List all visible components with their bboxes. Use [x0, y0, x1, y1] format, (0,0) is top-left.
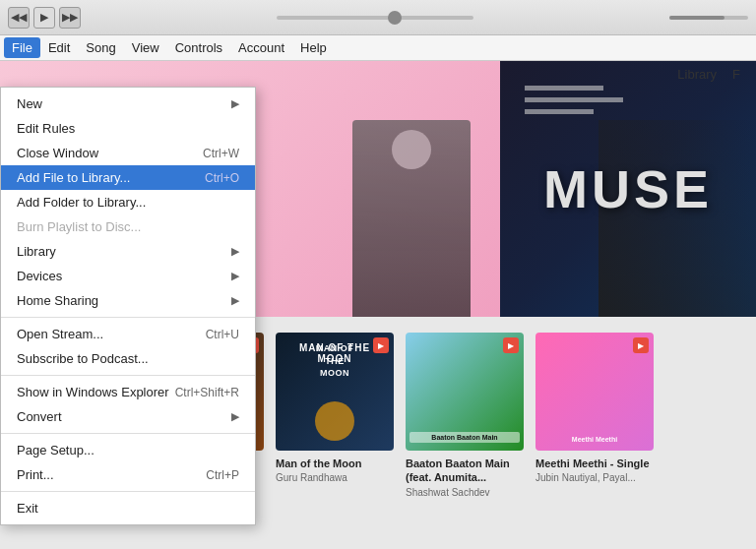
menu-item-home-sharing-label: Home Sharing — [17, 293, 98, 308]
menu-song[interactable]: Song — [78, 37, 123, 58]
menu-item-burn-playlist: Burn Playlist to Disc... — [1, 214, 255, 239]
menu-item-exit-label: Exit — [17, 501, 38, 516]
menu-item-close-window-shortcut: Ctrl+W — [203, 147, 239, 160]
menu-item-open-stream[interactable]: Open Stream... Ctrl+U — [1, 322, 255, 346]
menu-item-show-explorer[interactable]: Show in Windows Explorer Ctrl+Shift+R — [1, 380, 255, 404]
menu-item-print[interactable]: Print... Ctrl+P — [1, 462, 255, 487]
playback-controls: ◀◀ ▶ ▶▶ — [8, 7, 81, 29]
file-dropdown: New ▶ Edit Rules Close Window Ctrl+W Add… — [0, 87, 256, 525]
album-artist-baaton: Shashwat Sachdev — [406, 487, 524, 498]
menu-item-print-label: Print... — [17, 467, 54, 482]
album-card-meethi[interactable]: ▶ Meethi Meethi Meethi Meethi - Single J… — [536, 333, 654, 498]
banner-dark: MUSE — [500, 61, 756, 317]
forward-button[interactable]: ▶▶ — [59, 7, 81, 29]
album-title-moon: Man of the Moon — [276, 457, 394, 470]
menu-item-page-setup-label: Page Setup... — [17, 443, 94, 458]
menu-item-show-explorer-label: Show in Windows Explorer — [17, 385, 169, 399]
album-artist-moon: Guru Randhawa — [276, 472, 394, 483]
menu-item-new[interactable]: New ▶ — [1, 92, 255, 116]
menu-item-new-label: New — [17, 96, 42, 111]
dropdown-menu: New ▶ Edit Rules Close Window Ctrl+W Add… — [0, 87, 256, 525]
menu-item-subscribe-podcast-label: Subscribe to Podcast... — [17, 351, 149, 366]
library-tab[interactable]: Library — [677, 67, 717, 82]
menu-item-add-folder-label: Add Folder to Library... — [17, 195, 146, 210]
main-content: New ▶ Edit Rules Close Window Ctrl+W Add… — [0, 61, 756, 549]
menu-item-page-setup[interactable]: Page Setup... — [1, 438, 255, 462]
volume-area — [669, 16, 748, 20]
title-bar: ◀◀ ▶ ▶▶ — [0, 0, 756, 35]
menu-item-show-explorer-shortcut: Ctrl+Shift+R — [175, 386, 239, 399]
progress-thumb[interactable] — [388, 11, 402, 25]
menu-item-add-file-shortcut: Ctrl+O — [205, 171, 239, 185]
menu-item-library-label: Library — [17, 244, 56, 259]
menu-account[interactable]: Account — [230, 37, 292, 58]
menu-item-close-window-label: Close Window — [17, 146, 98, 160]
progress-track[interactable] — [277, 16, 473, 20]
album-title-baaton: Baaton Baaton Main (feat. Anumita... — [406, 457, 524, 485]
menu-item-devices-arrow: ▶ — [231, 270, 239, 282]
menu-item-new-arrow: ▶ — [231, 97, 239, 110]
for-you-tab[interactable]: F — [732, 67, 740, 82]
menu-item-library[interactable]: Library ▶ — [1, 239, 255, 264]
menu-item-convert[interactable]: Convert ▶ — [1, 404, 255, 429]
separator-4 — [1, 491, 255, 492]
menu-edit[interactable]: Edit — [40, 37, 78, 58]
menu-item-edit-rules-label: Edit Rules — [17, 121, 75, 136]
separator-2 — [1, 375, 255, 376]
menu-item-devices[interactable]: Devices ▶ — [1, 264, 255, 288]
menu-item-add-file[interactable]: Add File to Library... Ctrl+O — [1, 165, 255, 190]
volume-fill — [669, 16, 724, 20]
menu-item-add-folder[interactable]: Add Folder to Library... — [1, 190, 255, 214]
menu-item-subscribe-podcast[interactable]: Subscribe to Podcast... — [1, 346, 255, 371]
menu-item-home-sharing-arrow: ▶ — [231, 294, 239, 307]
back-button[interactable]: ◀◀ — [8, 7, 30, 29]
progress-area — [81, 16, 669, 20]
menu-item-burn-playlist-label: Burn Playlist to Disc... — [17, 219, 141, 234]
album-card-moon[interactable]: ▶ MAN OF THEMOON Man of the Moon Guru Ra… — [276, 333, 394, 498]
volume-track[interactable] — [669, 16, 748, 20]
album-title-meethi: Meethi Meethi - Single — [536, 457, 654, 470]
menu-item-home-sharing[interactable]: Home Sharing ▶ — [1, 288, 255, 313]
menu-item-exit[interactable]: Exit — [1, 496, 255, 520]
menu-item-add-file-label: Add File to Library... — [17, 170, 130, 185]
menu-item-edit-rules[interactable]: Edit Rules — [1, 116, 255, 141]
menu-item-convert-label: Convert — [17, 409, 62, 424]
menu-help[interactable]: Help — [292, 37, 335, 58]
menu-item-convert-arrow: ▶ — [231, 410, 239, 423]
album-cover-moon: ▶ MAN OF THEMOON — [276, 333, 394, 451]
menu-item-open-stream-label: Open Stream... — [17, 327, 103, 341]
album-cover-meethi: ▶ Meethi Meethi — [536, 333, 654, 451]
menu-bar: File Edit Song View Controls Account Hel… — [0, 35, 756, 61]
album-cover-baaton: ▶ Baaton Baaton Main — [406, 333, 524, 451]
menu-view[interactable]: View — [124, 37, 167, 58]
play-button[interactable]: ▶ — [33, 7, 55, 29]
muse-logo: MUSE — [543, 158, 713, 219]
album-artist-meethi: Jubin Nautiyal, Payal... — [536, 472, 654, 483]
menu-item-close-window[interactable]: Close Window Ctrl+W — [1, 141, 255, 165]
menu-item-devices-label: Devices — [17, 269, 62, 283]
menu-controls[interactable]: Controls — [167, 37, 230, 58]
menu-item-print-shortcut: Ctrl+P — [206, 468, 239, 482]
separator-3 — [1, 433, 255, 434]
album-card-baaton[interactable]: ▶ Baaton Baaton Main Baaton Baaton Main … — [406, 333, 524, 498]
menu-item-library-arrow: ▶ — [231, 245, 239, 258]
separator-1 — [1, 317, 255, 318]
menu-file[interactable]: File — [4, 37, 40, 58]
menu-item-open-stream-shortcut: Ctrl+U — [206, 328, 239, 341]
